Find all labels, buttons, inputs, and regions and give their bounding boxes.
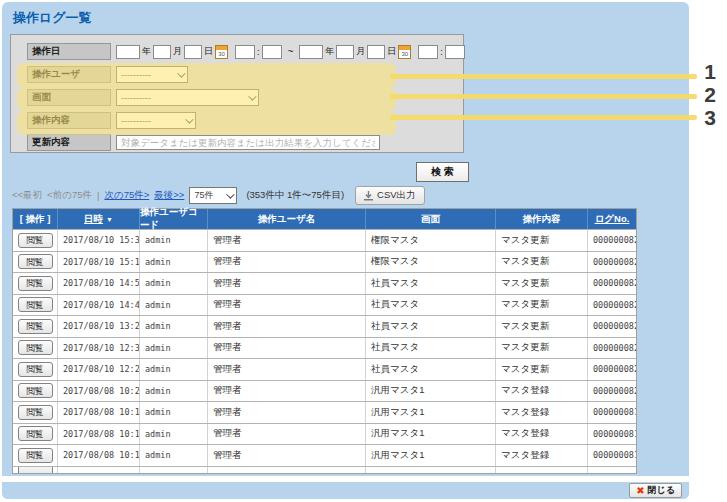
datetime-sort-link[interactable]: 日時 xyxy=(84,213,103,226)
cell-user-name: 管理者 xyxy=(208,445,366,466)
screen-select[interactable]: ---------- xyxy=(116,89,259,106)
col-header-log-no[interactable]: ログNo. xyxy=(588,209,636,229)
cell-screen: 汎用マスタ1 xyxy=(366,445,496,466)
table-row: 閲覧 2017/08/10 12:30:40 admin 管理者 社員マスタ マ… xyxy=(13,337,636,359)
view-button[interactable]: 閲覧 xyxy=(18,340,53,355)
year-unit-label: 年 xyxy=(142,45,151,58)
view-button[interactable]: 閲覧 xyxy=(18,362,53,377)
cell-log-no: 0000000824 xyxy=(588,295,636,316)
time-to-hour-input[interactable] xyxy=(418,45,438,59)
search-form: 操作日 年 月 日 30 : ~ 年 月 xyxy=(10,34,464,153)
cell-screen: 汎用マスタ1 xyxy=(366,424,496,445)
table-row: 閲覧 2017/08/10 13:24:56 admin 管理者 社員マスタ マ… xyxy=(13,315,636,337)
view-button[interactable]: 閲覧 xyxy=(18,254,53,269)
date-to-month-input[interactable] xyxy=(336,45,354,59)
pagination-last-link[interactable]: 最後>> xyxy=(154,189,184,202)
csv-export-button[interactable]: CSV出力 xyxy=(355,186,425,205)
close-button-label: 閉じる xyxy=(648,484,675,497)
cell-log-no: 0000000823 xyxy=(588,316,636,337)
time-from-minute-input[interactable] xyxy=(262,45,282,59)
cell-log-no: 0000000819 xyxy=(588,402,636,423)
calendar-day-label: 30 xyxy=(216,50,227,59)
year-unit-label-2: 年 xyxy=(325,45,334,58)
table-row: 閲覧 2017/08/10 14:49:13 admin 管理者 社員マスタ マ… xyxy=(13,294,636,316)
callout-number-1: 1 xyxy=(699,60,721,84)
view-button[interactable]: 閲覧 xyxy=(18,276,53,291)
pagination-next-link[interactable]: 次の75件> xyxy=(104,189,149,202)
cell-action: マスタ更新 xyxy=(496,230,588,251)
callout-number-2: 2 xyxy=(699,83,721,107)
calendar-icon-2[interactable]: 30 xyxy=(398,45,411,59)
cell-log-no: 0000000817 xyxy=(588,445,636,466)
month-unit-label-2: 月 xyxy=(356,45,365,58)
colon-label: : xyxy=(257,47,260,57)
view-button[interactable]: 閲覧 xyxy=(18,233,53,248)
date-from-day-input[interactable] xyxy=(184,45,202,59)
pagination-separator: | xyxy=(97,190,99,201)
cell-user-name: 管理者 xyxy=(208,424,366,445)
cell-user-code: admin xyxy=(140,316,208,337)
day-unit-label: 日 xyxy=(204,45,213,58)
view-button[interactable]: 閲覧 xyxy=(18,319,53,334)
time-from-hour-input[interactable] xyxy=(235,45,255,59)
user-select[interactable]: ---------- xyxy=(116,66,188,83)
view-button-partial[interactable] xyxy=(18,467,53,473)
calendar-day-label-2: 30 xyxy=(399,50,410,59)
action-select-value: ---------- xyxy=(121,116,151,126)
chevron-down-icon xyxy=(177,69,185,77)
col-header-user-code: 操作ユーザコード xyxy=(140,209,208,229)
cell-user-name: 管理者 xyxy=(208,359,366,380)
cell-action: マスタ登録 xyxy=(496,402,588,423)
sort-desc-icon: ▼ xyxy=(106,216,113,223)
cell-user-code: admin xyxy=(140,338,208,359)
calendar-icon[interactable]: 30 xyxy=(215,45,228,59)
screen-select-value: ---------- xyxy=(121,93,151,103)
col-header-datetime[interactable]: 日時 ▼ xyxy=(58,209,140,229)
form-row-action: 操作内容 ---------- xyxy=(27,112,196,129)
pagination-bar: <<最初 <前の75件 | 次の75件> 最後>> 75件 (353件中 1件〜… xyxy=(12,186,425,205)
pagination-first-disabled: <<最初 xyxy=(12,189,42,202)
cell-user-code: admin xyxy=(140,445,208,466)
cell-action: マスタ登録 xyxy=(496,381,588,402)
cell-screen: 権限マスタ xyxy=(366,230,496,251)
date-from-month-input[interactable] xyxy=(153,45,171,59)
date-from-year-input[interactable] xyxy=(116,45,140,59)
action-select[interactable]: ---------- xyxy=(116,112,196,129)
view-button[interactable]: 閲覧 xyxy=(18,448,53,463)
table-row: 閲覧 2017/08/08 10:19:53 admin 管理者 汎用マスタ1 … xyxy=(13,401,636,423)
view-button[interactable]: 閲覧 xyxy=(18,383,53,398)
date-to-year-input[interactable] xyxy=(299,45,323,59)
cell-screen: 汎用マスタ1 xyxy=(366,402,496,423)
table-row-partial xyxy=(13,466,636,473)
page-title: 操作ログ一覧 xyxy=(13,9,92,27)
view-button[interactable]: 閲覧 xyxy=(18,426,53,441)
cell-screen: 社員マスタ xyxy=(366,338,496,359)
log-table-header: [ 操作 ] 日時 ▼ 操作ユーザコード 操作ユーザ名 画面 操作内容 ログNo… xyxy=(13,209,636,229)
log-no-sort-link[interactable]: ログNo. xyxy=(595,213,630,226)
time-to-minute-input[interactable] xyxy=(445,45,465,59)
cell-screen: 社員マスタ xyxy=(366,273,496,294)
cell-screen: 権限マスタ xyxy=(366,252,496,273)
close-button[interactable]: ✖ 閉じる xyxy=(629,483,682,498)
cell-action: マスタ登録 xyxy=(496,424,588,445)
cell-user-code: admin xyxy=(140,295,208,316)
cell-log-no: 0000000826 xyxy=(588,252,636,273)
cell-user-code: admin xyxy=(140,381,208,402)
table-row: 閲覧 2017/08/10 14:52:14 admin 管理者 社員マスタ マ… xyxy=(13,272,636,294)
screen-label: 画面 xyxy=(27,89,111,106)
cell-datetime: 2017/08/10 12:30:40 xyxy=(58,338,140,359)
cell-user-code: admin xyxy=(140,230,208,251)
search-button[interactable]: 検 索 xyxy=(416,162,469,182)
cell-log-no: 0000000827 xyxy=(588,230,636,251)
page: 操作ログ一覧 操作日 年 月 日 30 : ~ xyxy=(0,0,727,502)
per-page-select[interactable]: 75件 xyxy=(189,187,237,204)
cell-screen: 社員マスタ xyxy=(366,295,496,316)
month-unit-label: 月 xyxy=(173,45,182,58)
date-to-day-input[interactable] xyxy=(367,45,385,59)
view-button[interactable]: 閲覧 xyxy=(18,405,53,420)
content-input[interactable] xyxy=(116,135,380,150)
chevron-down-icon-2 xyxy=(248,92,256,100)
colon-label-2: : xyxy=(440,47,443,57)
cell-user-name: 管理者 xyxy=(208,381,366,402)
view-button[interactable]: 閲覧 xyxy=(18,297,53,312)
